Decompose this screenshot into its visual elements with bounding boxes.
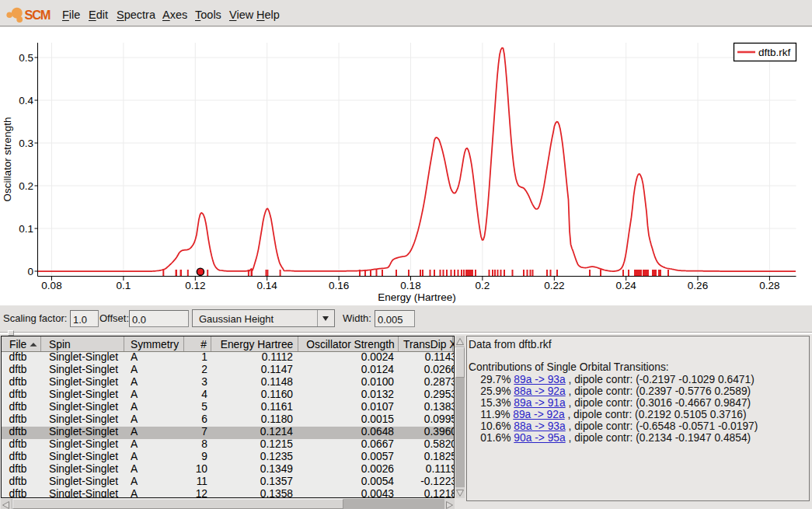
svg-text:0.08: 0.08 [41, 280, 61, 291]
svg-text:0.4: 0.4 [19, 95, 33, 106]
svg-text:0.26: 0.26 [688, 280, 708, 291]
svg-text:0.2: 0.2 [19, 180, 33, 192]
svg-text:0.1: 0.1 [117, 280, 131, 291]
svg-text:0.1: 0.1 [19, 223, 33, 235]
svg-text:0.22: 0.22 [544, 280, 564, 291]
svg-text:0.14: 0.14 [257, 280, 278, 291]
svg-text:0.5: 0.5 [19, 52, 33, 64]
svg-text:0.2: 0.2 [476, 280, 490, 291]
svg-text:Oscillator strength: Oscillator strength [2, 117, 13, 202]
svg-text:0: 0 [27, 266, 33, 277]
svg-text:0.16: 0.16 [329, 280, 349, 291]
svg-text:0.18: 0.18 [400, 280, 420, 291]
svg-text:SCM: SCM [25, 8, 51, 22]
svg-text:0.28: 0.28 [759, 280, 779, 291]
svg-text:dftb.rkf: dftb.rkf [758, 47, 791, 58]
svg-text:0.3: 0.3 [19, 138, 33, 149]
svg-text:0.12: 0.12 [185, 280, 205, 291]
svg-text:Energy (Hartree): Energy (Hartree) [378, 291, 456, 303]
svg-text:0.24: 0.24 [616, 280, 637, 291]
